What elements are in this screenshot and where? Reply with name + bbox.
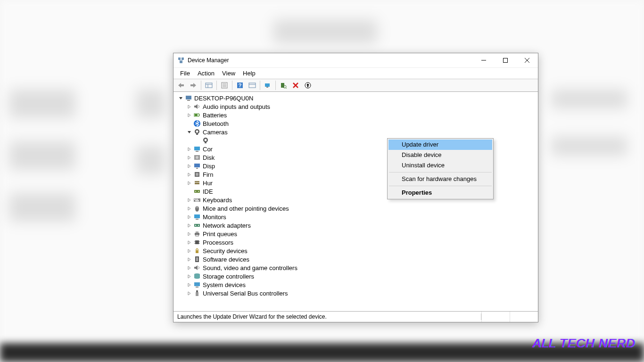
tree-category-label: System devices bbox=[203, 281, 246, 288]
svg-point-43 bbox=[196, 131, 198, 133]
tree-category-label: Keyboards bbox=[203, 197, 232, 204]
menubar: File Action View Help bbox=[173, 67, 538, 79]
svg-marker-54 bbox=[188, 165, 190, 168]
context-menu: Update driver Disable device Uninstall d… bbox=[387, 138, 494, 199]
svg-marker-9 bbox=[178, 83, 184, 88]
storage-icon bbox=[193, 272, 201, 280]
tree-category[interactable]: Software devices bbox=[173, 255, 538, 263]
svg-rect-49 bbox=[194, 147, 200, 150]
chevron-right-icon[interactable] bbox=[186, 230, 192, 237]
menu-help[interactable]: Help bbox=[239, 69, 259, 78]
tree-category[interactable]: Network adapters bbox=[173, 221, 538, 230]
network-icon bbox=[193, 222, 201, 229]
chevron-right-icon[interactable] bbox=[186, 180, 192, 186]
tree-root[interactable]: DESKTOP-P96QU0N bbox=[173, 94, 538, 102]
action-button[interactable] bbox=[247, 80, 258, 90]
tree-category[interactable]: Monitors bbox=[173, 213, 538, 221]
mouse-icon bbox=[193, 205, 201, 212]
svg-rect-39 bbox=[195, 114, 198, 116]
chevron-down-icon[interactable] bbox=[177, 95, 184, 101]
svg-point-53 bbox=[196, 156, 198, 159]
scan-hardware-button[interactable] bbox=[278, 80, 289, 90]
menu-scan-hardware[interactable]: Scan for hardware changes bbox=[388, 174, 492, 184]
forward-button[interactable] bbox=[188, 80, 199, 90]
tree-category-label: Universal Serial Bus controllers bbox=[203, 290, 288, 297]
menu-uninstall-device[interactable]: Uninstall device bbox=[388, 160, 492, 171]
chevron-right-icon[interactable] bbox=[186, 197, 192, 203]
back-button[interactable] bbox=[175, 80, 187, 90]
chevron-right-icon[interactable] bbox=[186, 264, 192, 271]
bluetooth-icon bbox=[193, 120, 201, 127]
expander-none bbox=[194, 137, 201, 144]
tree-category[interactable]: Security devices bbox=[173, 247, 538, 255]
chevron-right-icon[interactable] bbox=[186, 146, 192, 152]
uninstall-button[interactable] bbox=[290, 80, 301, 90]
properties-button[interactable] bbox=[219, 80, 230, 90]
tree-category[interactable]: Sound, video and game controllers bbox=[173, 263, 538, 272]
chevron-right-icon[interactable] bbox=[186, 290, 192, 296]
chevron-right-icon[interactable] bbox=[186, 112, 192, 118]
chevron-right-icon[interactable] bbox=[186, 171, 192, 178]
chevron-right-icon[interactable] bbox=[186, 281, 192, 288]
chevron-right-icon[interactable] bbox=[186, 239, 192, 246]
menu-view[interactable]: View bbox=[218, 69, 239, 78]
menu-separator bbox=[389, 186, 492, 186]
tree-category[interactable]: Bluetooth bbox=[173, 119, 538, 128]
svg-rect-76 bbox=[194, 214, 200, 218]
menu-action[interactable]: Action bbox=[194, 69, 218, 78]
svg-point-65 bbox=[198, 191, 199, 192]
chevron-right-icon[interactable] bbox=[186, 256, 192, 263]
tree-category-label: Software devices bbox=[203, 256, 249, 263]
menu-update-driver[interactable]: Update driver bbox=[388, 140, 492, 150]
svg-marker-48 bbox=[188, 148, 190, 151]
update-driver-button[interactable] bbox=[262, 80, 273, 90]
menu-separator bbox=[389, 172, 492, 173]
chevron-right-icon[interactable] bbox=[186, 163, 192, 169]
svg-marker-97 bbox=[188, 266, 190, 270]
battery-icon bbox=[193, 111, 201, 119]
tree-category[interactable]: Mice and other pointing devices bbox=[173, 204, 538, 213]
computer-icon bbox=[185, 94, 192, 102]
sound-icon bbox=[193, 264, 201, 272]
menu-disable-device[interactable]: Disable device bbox=[388, 150, 492, 160]
tree-category[interactable]: Audio inputs and outputs bbox=[173, 102, 538, 111]
menu-properties[interactable]: Properties bbox=[388, 188, 492, 198]
chevron-right-icon[interactable] bbox=[186, 222, 192, 229]
tree-category[interactable]: Batteries bbox=[173, 111, 538, 119]
svg-rect-105 bbox=[196, 290, 198, 292]
printer-icon bbox=[193, 230, 201, 238]
tree-category[interactable]: Storage controllers bbox=[173, 272, 538, 280]
firmware-icon bbox=[193, 171, 201, 178]
chevron-right-icon[interactable] bbox=[186, 247, 192, 254]
tree-category[interactable]: System devices bbox=[173, 280, 538, 289]
svg-rect-24 bbox=[281, 83, 284, 88]
svg-rect-87 bbox=[195, 240, 199, 244]
chevron-right-icon[interactable] bbox=[186, 103, 192, 110]
minimize-button[interactable] bbox=[473, 53, 495, 67]
camera-icon bbox=[193, 128, 201, 136]
menu-file[interactable]: File bbox=[176, 69, 194, 78]
tree-category[interactable]: Universal Serial Bus controllers bbox=[173, 289, 538, 297]
tree-category-label: Batteries bbox=[203, 112, 227, 119]
toolbar: ? bbox=[173, 79, 538, 92]
svg-line-26 bbox=[286, 88, 287, 89]
chevron-right-icon[interactable] bbox=[186, 154, 192, 161]
chevron-down-icon[interactable] bbox=[186, 129, 192, 135]
chevron-right-icon[interactable] bbox=[186, 205, 192, 212]
tree-category[interactable]: Processors bbox=[173, 238, 538, 247]
maximize-button[interactable] bbox=[495, 53, 516, 67]
chevron-right-icon[interactable] bbox=[186, 214, 192, 220]
svg-rect-32 bbox=[186, 96, 191, 99]
svg-rect-2 bbox=[180, 61, 182, 63]
chevron-right-icon[interactable] bbox=[186, 273, 192, 280]
show-hide-console-button[interactable] bbox=[203, 80, 215, 90]
status-cell bbox=[510, 312, 538, 322]
help-button[interactable]: ? bbox=[234, 80, 246, 90]
svg-rect-44 bbox=[196, 134, 198, 135]
tree-category[interactable]: Print queues bbox=[173, 230, 538, 238]
disable-button[interactable] bbox=[302, 80, 314, 90]
device-tree[interactable]: DESKTOP-P96QU0N Audio inputs and outputs… bbox=[173, 92, 538, 312]
tree-category-label: Disp bbox=[203, 163, 215, 170]
tree-category[interactable]: Cameras bbox=[173, 128, 538, 136]
close-button[interactable] bbox=[516, 53, 538, 67]
